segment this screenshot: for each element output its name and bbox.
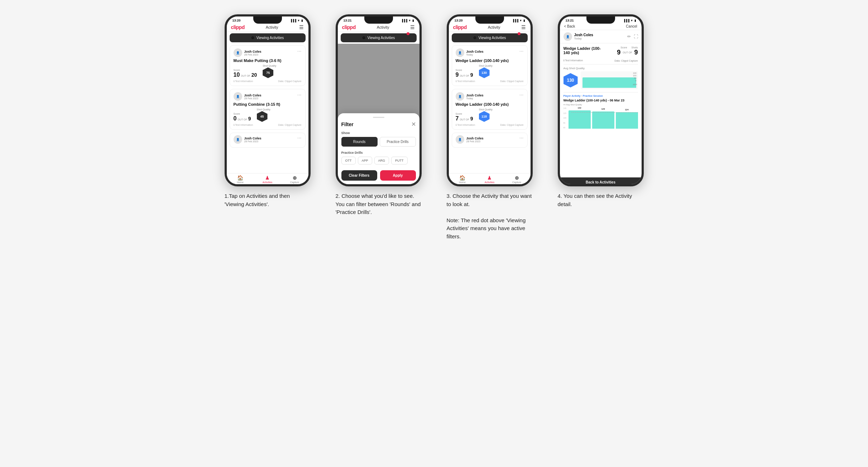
activity-card-1-1[interactable]: 👤 Josh Coles 28 Feb 2023 ··· Putting Com… [230, 89, 306, 130]
chart-axis-label: APP [633, 84, 637, 86]
activity-card-1-0[interactable]: 👤 Josh Coles 28 Feb 2023 ··· Must Make P… [230, 45, 306, 86]
y-axis-labels: 140 120 100 80 60 [564, 107, 566, 129]
quality-label-3-0: Shot Quality [479, 65, 493, 67]
test-info: ℹ Test Information Data: Clippd Capture [564, 59, 638, 62]
signal-icon-4: ▐▐▐ [623, 19, 629, 22]
capture-icon-1: ⊕ [293, 175, 297, 181]
screen-scroll-3: 👤 Josh Coles Today ··· Wedge Ladder (100… [449, 44, 531, 173]
quality-label-1-1: Shot Quality [257, 108, 270, 111]
card-dots-3-2[interactable]: ··· [519, 135, 524, 140]
menu-icon-3[interactable]: ☰ [521, 24, 526, 30]
status-time-2: 13:21 [344, 19, 352, 22]
card-title-3-0: Wedge Ladder (100-140 yds) [456, 58, 524, 63]
detail-user-name: Josh Coles [574, 33, 593, 37]
card-dots-1-1[interactable]: ··· [297, 92, 302, 97]
bar-3: 124 [616, 112, 638, 129]
practice-toggle[interactable]: Practice Drills [380, 137, 416, 147]
edit-icon[interactable]: ✏ [627, 34, 631, 39]
card-dots-1-2[interactable]: ··· [297, 135, 302, 140]
chip-arg[interactable]: ARG [374, 157, 389, 165]
card-footer-3-0: ℹ Test Information Data: Clippd Capture [456, 80, 524, 83]
detail-shots-num: 9 [634, 49, 638, 56]
card-dots-3-0[interactable]: ··· [519, 48, 524, 53]
footer-right-1-0: Data: Clippd Capture [278, 80, 301, 83]
apply-button[interactable]: Apply [380, 170, 416, 181]
status-icons-3: ▐▐▐ ▼ ▮ [512, 19, 525, 22]
phone-3-frame: 13:20 ▐▐▐ ▼ ▮ clippd Activity ☰ ⚙ View [447, 14, 533, 186]
card-stats-3-0: Score 9 OUT OF 9 Shot Quality 130 [456, 65, 524, 78]
nav-activities-1[interactable]: ♟ Activities [254, 175, 281, 184]
expand-icon[interactable]: ⛶ [634, 34, 638, 39]
score-group-3-1: Score 7 OUT OF 9 [456, 113, 473, 122]
back-to-activities-button[interactable]: Back to Activities [560, 177, 642, 184]
nav-title-2: Activity [377, 25, 389, 29]
nav-capture-1[interactable]: ⊕ Capture [281, 175, 308, 184]
drill-row: Wedge Ladder (100-140 yds) Score Shots 9… [564, 46, 638, 56]
nav-capture-3[interactable]: ⊕ Capture [503, 175, 531, 184]
phone-2-frame: 13:21 ▐▐▐ ▼ ▮ clippd Activity ☰ ⚙ View [336, 14, 422, 186]
activity-card-3-1[interactable]: 👤 Josh Coles Today ··· Wedge Ladder (100… [452, 89, 528, 130]
score-row-3-1: 7 OUT OF 9 [456, 115, 473, 122]
chip-putt[interactable]: PUTT [391, 157, 408, 165]
bottom-nav-1: 🏠 Home ♟ Activities ⊕ Capture [227, 173, 308, 184]
nav-home-1[interactable]: 🏠 Home [227, 175, 254, 184]
detail-action-icons: ✏ ⛶ [627, 34, 638, 39]
home-icon-1: 🏠 [237, 175, 243, 181]
phones-row: 13:20 ▐▐▐ ▼ ▮ clippd Activity ☰ ⚙ View [217, 14, 651, 240]
shots-value-3-1: 9 [470, 116, 473, 121]
clear-filters-button[interactable]: Clear Filters [341, 170, 377, 181]
session-type: Practice Session [583, 95, 603, 97]
quality-label-3-1: Shot Quality [479, 108, 493, 111]
practice-section-label: Practice Drills [341, 151, 416, 154]
cancel-button[interactable]: Cancel [626, 24, 637, 28]
nav-activities-3[interactable]: ♟ Activities [476, 175, 503, 184]
quality-wrap-3-1: Shot Quality 118 [479, 108, 493, 122]
score-values: 9 OUT OF 9 [617, 49, 638, 56]
filter-icon-1: ⚙ [251, 36, 254, 40]
chart-label-100: 100 [633, 75, 636, 77]
viewing-banner-3[interactable]: ⚙ Viewing Activities [452, 33, 528, 42]
capture-icon-3: ⊕ [515, 175, 519, 181]
viewing-banner-2[interactable]: ⚙ Viewing Activities [341, 33, 417, 42]
close-icon[interactable]: ✕ [411, 121, 416, 128]
user-name-1-0: Josh Coles [244, 50, 262, 53]
nav-home-3[interactable]: 🏠 Home [449, 175, 476, 184]
quality-wrap-1-1: Shot Quality 45 [257, 108, 270, 122]
back-button[interactable]: < Back [564, 24, 575, 28]
bar-chart-area: 140 120 100 80 60 132 [564, 107, 638, 129]
viewing-banner-1[interactable]: ⚙ Viewing Activities [230, 33, 306, 42]
user-date-3-0: Today [466, 53, 484, 56]
bar-value-3: 124 [625, 109, 628, 111]
chip-app[interactable]: APP [358, 157, 372, 165]
menu-icon-2[interactable]: ☰ [410, 24, 415, 30]
menu-icon-1[interactable]: ☰ [299, 24, 304, 30]
score-value-3-1: 7 [456, 115, 459, 122]
activity-card-1-2[interactable]: 👤 Josh Coles 28 Feb 2023 ··· [230, 133, 306, 148]
chip-ott[interactable]: OTT [341, 157, 356, 165]
card-stats-3-1: Score 7 OUT OF 9 Shot Quality 118 [456, 108, 524, 122]
card-footer-1-1: ℹ Test Information Data: Clippd Capture [234, 124, 302, 127]
data-capture-text: Data: Clippd Capture [614, 59, 638, 62]
activity-card-3-0[interactable]: 👤 Josh Coles Today ··· Wedge Ladder (100… [452, 45, 528, 86]
card-dots-1-0[interactable]: ··· [297, 48, 302, 53]
card-header-1-2: 👤 Josh Coles 28 Feb 2023 ··· [234, 135, 302, 144]
user-info-3-2: Josh Coles 28 Feb 2023 [466, 137, 484, 143]
status-icons-4: ▐▐▐ ▼ ▮ [623, 19, 636, 22]
card-dots-3-1[interactable]: ··· [519, 92, 524, 97]
caption-3: 3. Choose the Activity that you want to … [447, 192, 533, 240]
footer-left-3-1: ℹ Test Information [456, 124, 475, 127]
avatar-3-1: 👤 [456, 92, 464, 101]
shots-col-label: Shots [632, 46, 638, 49]
activity-card-3-2[interactable]: 👤 Josh Coles 28 Feb 2023 ··· [452, 133, 528, 148]
y-label-140: 140 [564, 107, 566, 109]
filter-icon-3: ⚙ [473, 36, 476, 40]
nav-bar-2: clippd Activity ☰ [338, 23, 419, 32]
battery-icon-3: ▮ [523, 19, 525, 22]
bar-1: 132 [569, 110, 591, 129]
bars-container: 132 129 124 [564, 107, 638, 129]
logo-2: clippd [342, 24, 356, 30]
wifi-icon: ▼ [297, 19, 300, 22]
score-row-1-0: 10 OUT OF 20 [234, 72, 257, 78]
rounds-toggle[interactable]: Rounds [341, 137, 378, 147]
nav-title-1: Activity [266, 25, 278, 29]
